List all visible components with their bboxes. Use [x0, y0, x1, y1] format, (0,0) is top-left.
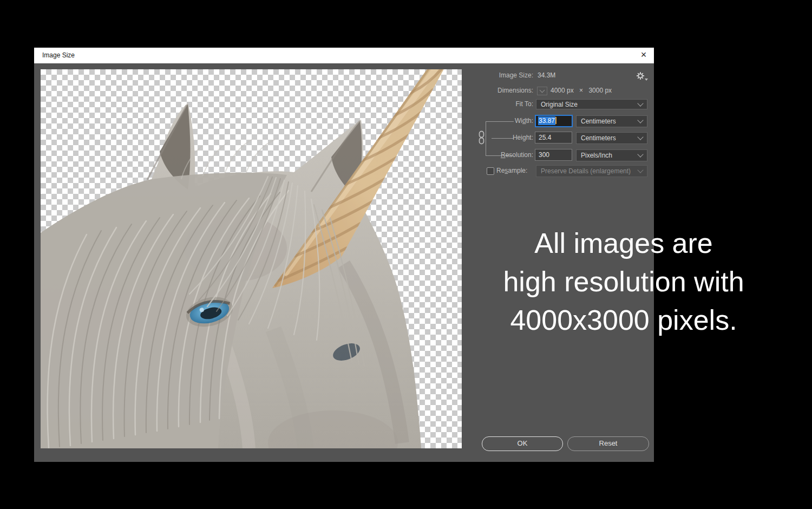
reset-button[interactable]: Reset — [567, 436, 649, 451]
width-label: Width: — [447, 117, 533, 125]
image-size-label: Image Size: — [447, 71, 533, 79]
height-value: 25.4 — [539, 134, 551, 141]
width-input[interactable]: 33.87 — [535, 115, 573, 127]
ok-button[interactable]: OK — [482, 436, 563, 451]
text-caret — [555, 117, 556, 124]
width-unit-dropdown[interactable]: Centimeters — [576, 115, 647, 127]
image-size-value: 34.3M — [538, 71, 555, 79]
width-value: 33.87 — [538, 116, 555, 125]
fit-to-value: Original Size — [541, 101, 578, 108]
resolution-value: 300 — [539, 151, 549, 159]
chevron-down-icon — [540, 88, 545, 93]
dialog-titlebar: Image Size × — [34, 48, 654, 63]
chevron-down-icon — [637, 100, 643, 106]
height-input[interactable]: 25.4 — [535, 132, 572, 143]
chevron-down-icon — [637, 151, 643, 157]
fit-to-label: Fit To: — [447, 100, 533, 108]
chevron-down-icon — [637, 117, 643, 123]
resample-method-dropdown: Preserve Details (enlargement) — [536, 165, 647, 177]
dialog-title: Image Size — [42, 48, 75, 63]
gear-menu-arrow-icon — [645, 79, 648, 81]
resolution-label: Resolution: — [447, 151, 533, 159]
close-icon[interactable]: × — [636, 48, 652, 63]
dimensions-value: 4000 px × 3000 px — [551, 87, 612, 94]
resolution-unit-value: Pixels/Inch — [581, 152, 612, 159]
caption-line-1: All images are — [461, 224, 786, 263]
unicorn-preview-image — [41, 69, 462, 448]
caption-line-3: 4000x3000 pixels. — [461, 301, 786, 340]
image-preview[interactable] — [41, 69, 462, 448]
resolution-unit-dropdown[interactable]: Pixels/Inch — [576, 149, 647, 161]
dimensions-label: Dimensions: — [447, 87, 533, 94]
resample-label: Resample: — [496, 167, 527, 174]
caption-overlay: All images are high resolution with 4000… — [461, 224, 786, 340]
resample-checkbox[interactable] — [487, 167, 494, 175]
resample-method-value: Preserve Details (enlargement) — [541, 167, 631, 175]
caption-line-2: high resolution with — [461, 263, 786, 301]
resolution-input[interactable]: 300 — [535, 149, 572, 161]
fit-to-dropdown[interactable]: Original Size — [536, 99, 647, 109]
gear-icon[interactable] — [636, 71, 648, 81]
width-unit-value: Centimeters — [581, 118, 616, 125]
height-unit-value: Centimeters — [581, 134, 616, 142]
times-icon: × — [579, 87, 583, 94]
chevron-down-icon — [637, 167, 643, 173]
height-unit-dropdown[interactable]: Centimeters — [576, 132, 647, 144]
dimensions-unit-dropdown[interactable] — [537, 87, 547, 95]
dimensions-width: 4000 px — [551, 87, 574, 94]
dimensions-height: 3000 px — [588, 87, 612, 94]
chevron-down-icon — [637, 134, 643, 140]
height-label: Height: — [447, 134, 533, 141]
